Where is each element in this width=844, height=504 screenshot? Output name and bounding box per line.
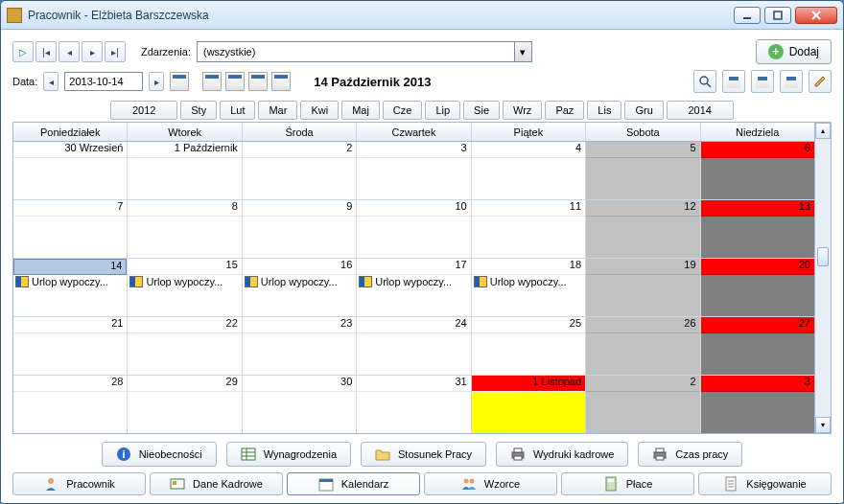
- calendar-cell[interactable]: 23: [243, 317, 357, 375]
- events-dropdown[interactable]: ▾: [197, 41, 532, 62]
- calendar-cell[interactable]: 31: [357, 376, 471, 433]
- tab-płace[interactable]: Płace: [561, 472, 694, 495]
- tool-icon-3[interactable]: [780, 70, 803, 93]
- doc-icon: [723, 476, 738, 492]
- action-wynagrodzenia[interactable]: Wynagrodzenia: [226, 442, 351, 467]
- scroll-up-icon[interactable]: ▴: [815, 123, 831, 139]
- calendar-cell[interactable]: 20: [701, 259, 814, 316]
- calendar-cell[interactable]: 8: [128, 200, 242, 258]
- edit-icon[interactable]: [809, 70, 832, 93]
- action-nieobecności[interactable]: iNieobecności: [102, 442, 217, 467]
- calendar-cell[interactable]: 28: [13, 376, 128, 433]
- tab-dane-kadrowe[interactable]: Dane Kadrowe: [150, 472, 283, 495]
- view-mode4-icon[interactable]: [271, 72, 291, 91]
- calendar-cell[interactable]: 18Urlop wypoczy...: [472, 259, 586, 316]
- tab-kalendarz[interactable]: Kalendarz: [287, 472, 420, 495]
- close-button[interactable]: [795, 7, 837, 24]
- calendar-cell[interactable]: 9: [243, 200, 357, 258]
- month-button-wrz[interactable]: Wrz: [503, 101, 542, 120]
- calendar-cell[interactable]: 12: [586, 200, 700, 258]
- month-button-sie[interactable]: Sie: [463, 101, 500, 120]
- maximize-button[interactable]: [764, 7, 791, 24]
- calendar-cell[interactable]: 2: [243, 142, 357, 199]
- action-wydruki-kadrowe[interactable]: Wydruki kadrowe: [496, 442, 628, 467]
- calendar-cell[interactable]: 15Urlop wypoczy...: [128, 259, 242, 316]
- calendar-grid: PoniedziałekWtorekŚrodaCzwartekPiątekSob…: [12, 122, 832, 434]
- calendar-cell[interactable]: 14Urlop wypoczy...: [13, 259, 128, 316]
- calendar-scrollbar[interactable]: ▴ ▾: [814, 123, 831, 433]
- calendar-cell[interactable]: 25: [472, 317, 586, 375]
- calendar-cell[interactable]: 19: [586, 259, 700, 316]
- date-next-button[interactable]: ▸: [149, 72, 164, 91]
- dropdown-arrow-icon[interactable]: ▾: [514, 42, 531, 61]
- scroll-thumb[interactable]: [817, 247, 829, 266]
- month-button-lis[interactable]: Lis: [587, 101, 621, 120]
- calendar-event[interactable]: Urlop wypoczy...: [243, 275, 356, 288]
- view-mode2-icon[interactable]: [225, 72, 245, 91]
- prev-year-button[interactable]: 2012: [110, 101, 177, 120]
- action-czas-pracy[interactable]: Czas pracy: [638, 442, 742, 467]
- calendar-event[interactable]: Urlop wypoczy...: [472, 275, 585, 288]
- calendar-cell[interactable]: 29: [128, 376, 242, 433]
- calendar-cell[interactable]: 11: [472, 200, 586, 258]
- prev-button[interactable]: ◂: [59, 41, 80, 62]
- calendar-cell[interactable]: 1 Listopad: [472, 376, 586, 433]
- calendar-cell[interactable]: 16Urlop wypoczy...: [243, 259, 357, 316]
- month-button-lip[interactable]: Lip: [425, 101, 460, 120]
- day-number: 17: [357, 259, 470, 275]
- play-button[interactable]: ▷: [12, 41, 34, 62]
- calendar-cell[interactable]: 4: [472, 142, 586, 199]
- events-input[interactable]: [198, 46, 514, 57]
- date-prev-button[interactable]: ◂: [43, 72, 59, 91]
- date-input[interactable]: [64, 72, 143, 91]
- view-mode1-icon[interactable]: [202, 72, 222, 91]
- calendar-cell[interactable]: 30: [243, 376, 357, 433]
- month-button-mar[interactable]: Mar: [258, 101, 297, 120]
- calendar-cell[interactable]: 3: [357, 142, 471, 199]
- add-button[interactable]: + Dodaj: [756, 39, 832, 64]
- view-mode3-icon[interactable]: [248, 72, 268, 91]
- rewind-first-button[interactable]: |◂: [35, 41, 57, 62]
- month-button-sty[interactable]: Sty: [180, 101, 217, 120]
- tab-pracownik[interactable]: Pracownik: [12, 472, 146, 495]
- month-button-maj[interactable]: Maj: [341, 101, 380, 120]
- calendar-cell[interactable]: 17Urlop wypoczy...: [357, 259, 471, 316]
- calendar-event[interactable]: Urlop wypoczy...: [13, 275, 127, 288]
- calendar-cell[interactable]: 30 Wrzesień: [13, 142, 128, 199]
- day-number: 8: [128, 200, 241, 217]
- calendar-cell[interactable]: 13: [701, 200, 814, 258]
- tool-icon-1[interactable]: [722, 70, 745, 93]
- calendar-cell[interactable]: 1 Październik: [128, 142, 242, 199]
- month-button-lut[interactable]: Lut: [220, 101, 255, 120]
- calendar-cell[interactable]: 10: [357, 200, 471, 258]
- calendar-cell[interactable]: 6: [701, 142, 814, 199]
- month-button-gru[interactable]: Gru: [624, 101, 663, 120]
- action-stosunek-pracy[interactable]: Stosunek Pracy: [361, 442, 486, 467]
- month-button-paz[interactable]: Paz: [545, 101, 584, 120]
- calendar-cell[interactable]: 24: [357, 317, 471, 375]
- day-number: 29: [128, 376, 241, 392]
- calendar-event[interactable]: Urlop wypoczy...: [128, 275, 241, 288]
- calendar-cell[interactable]: 26: [586, 317, 700, 375]
- calendar-cell[interactable]: 5: [586, 142, 700, 199]
- scroll-down-icon[interactable]: ▾: [815, 417, 831, 433]
- calendar-picker-icon[interactable]: [170, 72, 189, 91]
- search-icon[interactable]: [693, 70, 716, 93]
- calendar-cell[interactable]: 3: [701, 376, 814, 433]
- tool-icon-2[interactable]: [751, 70, 774, 93]
- calendar-cell[interactable]: 2: [586, 376, 700, 433]
- tab-wzorce[interactable]: Wzorce: [424, 472, 557, 495]
- minimize-button[interactable]: [734, 7, 761, 24]
- next-button[interactable]: ▸: [82, 41, 103, 62]
- forward-last-button[interactable]: ▸|: [105, 41, 126, 62]
- calendar-cell[interactable]: 27: [701, 317, 814, 375]
- month-button-kwi[interactable]: Kwi: [300, 101, 339, 120]
- calendar-cell[interactable]: 21: [13, 317, 128, 375]
- calendar-event[interactable]: Urlop wypoczy...: [357, 275, 470, 288]
- calendar-cell[interactable]: 7: [13, 200, 128, 258]
- month-button-cze[interactable]: Cze: [383, 101, 423, 120]
- calendar-cell[interactable]: 22: [128, 317, 242, 375]
- printer-icon: [652, 447, 668, 462]
- tab-księgowanie[interactable]: Księgowanie: [698, 472, 832, 495]
- next-year-button[interactable]: 2014: [667, 101, 734, 120]
